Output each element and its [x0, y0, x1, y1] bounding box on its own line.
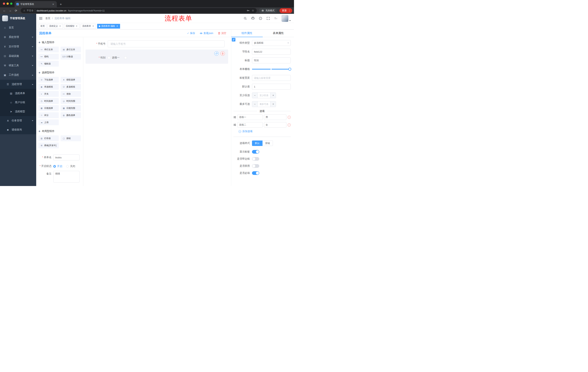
github-icon[interactable]	[251, 16, 255, 20]
max-count-placeholder[interactable]: 最多可选	[258, 101, 270, 107]
remove-option-button[interactable]: −	[288, 123, 291, 127]
option-2-value-input[interactable]	[264, 122, 286, 128]
field-name-input[interactable]	[252, 49, 291, 55]
min-count-stepper[interactable]: − 至少应选 ＋	[252, 93, 276, 98]
checkbox-option-1[interactable]: 选项一	[108, 56, 119, 59]
font-size-icon[interactable]: TT	[274, 16, 278, 20]
min-count-placeholder[interactable]: 至少应选	[258, 93, 270, 98]
palette-item-button[interactable]: ▢按钮	[61, 135, 81, 141]
option-1-label-input[interactable]	[237, 115, 263, 120]
sidebar-item-system[interactable]: ⚙ 系统管理	[0, 32, 36, 42]
increase-button[interactable]: ＋	[270, 93, 276, 98]
tag-process-model[interactable]: 流程模型 ✕	[64, 24, 80, 29]
close-icon[interactable]: ✕	[75, 25, 78, 28]
sidebar-item-home[interactable]: ⌂ 首页	[0, 23, 36, 32]
title-input[interactable]	[252, 57, 291, 63]
max-count-stepper[interactable]: − 最多可选 ＋	[252, 101, 276, 107]
tag-process-definition[interactable]: 流程定义 ✕	[47, 24, 63, 29]
show-label-switch[interactable]	[252, 150, 259, 154]
link-icon[interactable]	[232, 38, 235, 42]
option-drag-icon[interactable]	[233, 124, 236, 126]
form-name-input[interactable]	[53, 155, 80, 160]
fullscreen-icon[interactable]	[266, 16, 270, 20]
style-button-button[interactable]: 按钮	[262, 140, 273, 146]
breadcrumb-home[interactable]: 首页	[45, 17, 50, 20]
palette-item-row-container[interactable]: ▥行容器	[38, 135, 59, 141]
user-avatar-menu[interactable]	[282, 15, 291, 22]
palette-item-date-range[interactable]: ▩日期范围	[61, 105, 81, 111]
close-icon[interactable]: ✕	[116, 25, 118, 28]
tab-component-props[interactable]: 组件属性	[231, 30, 263, 37]
sidebar-item-process-management[interactable]: ☰ 流程管理	[0, 80, 36, 89]
slider-handle[interactable]	[288, 68, 291, 71]
sidebar-item-leave-query[interactable]: ☻ 请假查询	[0, 125, 36, 134]
palette-item-editor[interactable]: ✎编辑器	[38, 61, 59, 67]
tag-home[interactable]: 首页	[39, 24, 46, 29]
component-type-value[interactable]	[252, 40, 291, 46]
reload-button[interactable]: ⟳	[13, 8, 19, 13]
sidebar-item-process-model[interactable]: ➤ 流程模型	[0, 107, 36, 116]
sidebar-item-process-form[interactable]: ▤ 流程表单	[0, 89, 36, 98]
palette-item-table[interactable]: ⊞表格[开发中]	[38, 142, 59, 148]
style-default-button[interactable]: 默认	[252, 140, 262, 146]
palette-item-slider[interactable]: ⊷滑块	[61, 91, 81, 97]
palette-item-password[interactable]: •••密码	[38, 54, 59, 60]
copy-field-button[interactable]	[214, 51, 219, 56]
back-button[interactable]: ←	[2, 8, 7, 13]
palette-item-select[interactable]: ⊙下拉选择	[38, 77, 59, 83]
palette-item-switch[interactable]: ◐开关	[38, 91, 59, 97]
password-key-icon[interactable]	[247, 9, 250, 12]
form-canvas[interactable]: 手机号	[83, 37, 231, 186]
close-icon[interactable]: ✕	[59, 25, 61, 28]
close-window-button[interactable]	[3, 2, 5, 5]
address-bar[interactable]: ⚠ 不安全 dashboard.yudao.iocoder.cn /bpm/ma…	[21, 8, 257, 13]
new-tab-button[interactable]: ＋	[58, 2, 63, 7]
default-value-input[interactable]	[252, 84, 291, 90]
bookmark-star-icon[interactable]: ☆	[252, 9, 254, 12]
canvas-field-phone[interactable]: 手机号	[85, 39, 228, 48]
close-icon[interactable]: ✕	[92, 25, 94, 28]
palette-item-multi-text[interactable]: ▤多行文本	[61, 47, 81, 53]
remove-option-button[interactable]: −	[288, 116, 291, 119]
browser-update-button[interactable]: 更新 ⋮	[279, 8, 292, 13]
increase-button[interactable]: ＋	[270, 101, 276, 107]
tab-form-props[interactable]: 表单属性	[263, 30, 294, 37]
border-switch[interactable]	[252, 157, 259, 161]
phone-input[interactable]	[108, 40, 224, 47]
sidebar-item-devtools[interactable]: ⚒ 研发工具	[0, 61, 36, 70]
palette-item-color-picker[interactable]: ◍颜色选择	[61, 112, 81, 118]
hamburger-icon[interactable]	[36, 17, 45, 20]
clear-button[interactable]: 清空	[218, 32, 226, 35]
add-option-button[interactable]: ＋ 添加选项	[239, 130, 291, 133]
palette-item-time-range[interactable]: ◶时间范围	[61, 98, 81, 104]
option-2-label-input[interactable]	[237, 122, 263, 128]
palette-item-date-picker[interactable]: ▦日期选择	[38, 105, 59, 111]
status-off-radio[interactable]: 关闭	[66, 165, 75, 168]
delete-field-button[interactable]	[220, 51, 225, 56]
sidebar-logo-row[interactable]: 芋道管理系统	[0, 14, 36, 23]
palette-item-radio-group[interactable]: ◉单选框组	[38, 84, 59, 90]
palette-item-single-text[interactable]: ▭单行文本	[38, 47, 59, 53]
browser-menu-icon[interactable]: ⋮	[288, 9, 291, 12]
palette-item-time-picker[interactable]: ◷时间选择	[38, 98, 59, 104]
sidebar-item-user-group[interactable]: ☺ 用户分组	[0, 98, 36, 107]
minimize-window-button[interactable]	[7, 2, 9, 5]
palette-item-cascader[interactable]: ⋔级联选择	[61, 77, 81, 83]
option-drag-icon[interactable]	[233, 116, 236, 118]
component-type-select[interactable]	[252, 40, 291, 46]
form-remark-textarea[interactable]: 嘿嘿	[53, 171, 80, 182]
sidebar-item-workflow[interactable]: ▣ 工作流程	[0, 70, 36, 80]
status-on-radio[interactable]: 开启	[53, 165, 62, 168]
form-grid-slider[interactable]	[252, 66, 291, 72]
sidebar-item-infra[interactable]: ⊡ 基础设施	[0, 51, 36, 61]
sidebar-item-task-management[interactable]: ⋔ 任务管理	[0, 116, 36, 125]
avatar[interactable]	[282, 15, 288, 22]
tag-process-form[interactable]: 流程表单 ✕	[81, 24, 96, 29]
security-label[interactable]: 不安全	[27, 9, 34, 12]
tab-close-icon[interactable]: ✕	[52, 2, 55, 6]
palette-item-checkbox-group[interactable]: ☑多选框组	[61, 84, 81, 90]
palette-item-rate[interactable]: ☆评分	[38, 112, 59, 118]
label-width-input[interactable]	[252, 75, 291, 81]
canvas-field-gender[interactable]: 性别 选项一	[85, 50, 228, 64]
browser-tab[interactable]: 芋道管理系统 ✕	[15, 1, 57, 7]
